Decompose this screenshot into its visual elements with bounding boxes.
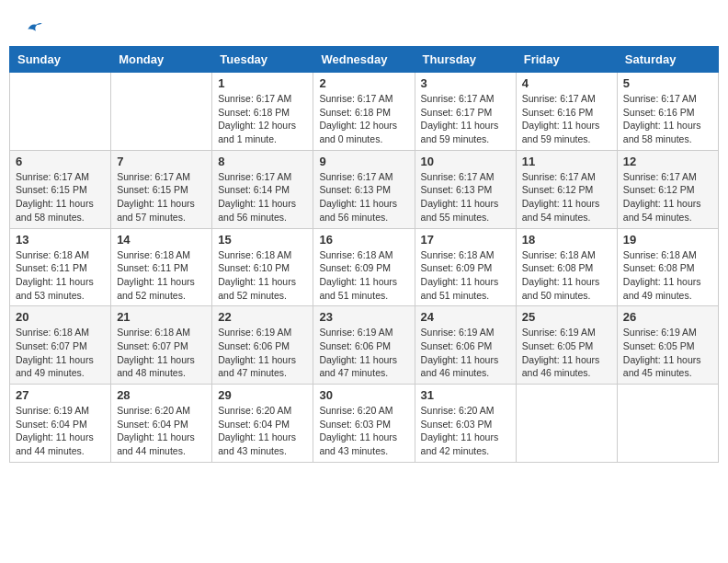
day-header-sunday: Sunday bbox=[10, 47, 111, 73]
calendar-cell: 23Sunrise: 6:19 AM Sunset: 6:06 PM Dayli… bbox=[313, 306, 415, 385]
day-info: Sunrise: 6:20 AM Sunset: 6:03 PM Dayligh… bbox=[421, 404, 510, 458]
logo bbox=[23, 18, 43, 37]
calendar-cell: 15Sunrise: 6:18 AM Sunset: 6:10 PM Dayli… bbox=[212, 228, 313, 306]
day-number: 5 bbox=[623, 76, 712, 90]
day-info: Sunrise: 6:18 AM Sunset: 6:08 PM Dayligh… bbox=[522, 248, 611, 303]
logo-bird-icon bbox=[25, 18, 43, 37]
day-number: 30 bbox=[319, 388, 408, 402]
day-info: Sunrise: 6:20 AM Sunset: 6:03 PM Dayligh… bbox=[319, 404, 408, 458]
calendar-week-3: 13Sunrise: 6:18 AM Sunset: 6:11 PM Dayli… bbox=[10, 228, 719, 306]
day-info: Sunrise: 6:19 AM Sunset: 6:06 PM Dayligh… bbox=[218, 326, 307, 380]
calendar-cell: 6Sunrise: 6:17 AM Sunset: 6:15 PM Daylig… bbox=[10, 150, 111, 228]
day-info: Sunrise: 6:17 AM Sunset: 6:16 PM Dayligh… bbox=[623, 92, 712, 146]
day-number: 22 bbox=[218, 310, 307, 324]
day-header-saturday: Saturday bbox=[617, 47, 718, 73]
day-number: 9 bbox=[319, 155, 408, 168]
calendar-header-row: SundayMondayTuesdayWednesdayThursdayFrid… bbox=[10, 47, 719, 73]
calendar-cell: 31Sunrise: 6:20 AM Sunset: 6:03 PM Dayli… bbox=[415, 385, 516, 463]
day-info: Sunrise: 6:19 AM Sunset: 6:05 PM Dayligh… bbox=[522, 326, 611, 380]
day-number: 7 bbox=[117, 155, 206, 168]
day-number: 19 bbox=[623, 233, 712, 247]
day-info: Sunrise: 6:17 AM Sunset: 6:12 PM Dayligh… bbox=[623, 170, 712, 224]
calendar-cell: 30Sunrise: 6:20 AM Sunset: 6:03 PM Dayli… bbox=[313, 385, 415, 463]
calendar-cell: 14Sunrise: 6:18 AM Sunset: 6:11 PM Dayli… bbox=[111, 228, 212, 306]
day-info: Sunrise: 6:18 AM Sunset: 6:11 PM Dayligh… bbox=[16, 248, 105, 303]
day-info: Sunrise: 6:17 AM Sunset: 6:12 PM Dayligh… bbox=[522, 170, 611, 224]
calendar-cell: 24Sunrise: 6:19 AM Sunset: 6:06 PM Dayli… bbox=[415, 306, 516, 385]
day-number: 2 bbox=[319, 76, 408, 90]
day-info: Sunrise: 6:20 AM Sunset: 6:04 PM Dayligh… bbox=[117, 404, 206, 458]
day-number: 16 bbox=[319, 233, 408, 247]
calendar-cell: 25Sunrise: 6:19 AM Sunset: 6:05 PM Dayli… bbox=[516, 306, 617, 385]
day-number: 18 bbox=[522, 233, 611, 247]
day-number: 4 bbox=[522, 76, 611, 90]
day-info: Sunrise: 6:19 AM Sunset: 6:05 PM Dayligh… bbox=[623, 326, 712, 380]
day-info: Sunrise: 6:19 AM Sunset: 6:04 PM Dayligh… bbox=[16, 404, 105, 458]
day-info: Sunrise: 6:18 AM Sunset: 6:11 PM Dayligh… bbox=[117, 248, 206, 303]
calendar-cell: 21Sunrise: 6:18 AM Sunset: 6:07 PM Dayli… bbox=[111, 306, 212, 385]
calendar-cell: 9Sunrise: 6:17 AM Sunset: 6:13 PM Daylig… bbox=[313, 150, 415, 228]
calendar-cell: 8Sunrise: 6:17 AM Sunset: 6:14 PM Daylig… bbox=[212, 150, 313, 228]
day-info: Sunrise: 6:17 AM Sunset: 6:15 PM Dayligh… bbox=[16, 170, 105, 224]
day-info: Sunrise: 6:18 AM Sunset: 6:09 PM Dayligh… bbox=[319, 248, 408, 303]
calendar-cell: 20Sunrise: 6:18 AM Sunset: 6:07 PM Dayli… bbox=[10, 306, 111, 385]
day-number: 29 bbox=[218, 388, 307, 402]
calendar-cell: 2Sunrise: 6:17 AM Sunset: 6:18 PM Daylig… bbox=[313, 73, 415, 151]
calendar-cell: 1Sunrise: 6:17 AM Sunset: 6:18 PM Daylig… bbox=[212, 73, 313, 151]
day-number: 15 bbox=[218, 233, 307, 247]
day-header-thursday: Thursday bbox=[415, 47, 516, 73]
calendar-cell bbox=[10, 73, 111, 151]
day-number: 11 bbox=[522, 155, 611, 168]
day-number: 14 bbox=[117, 233, 206, 247]
day-info: Sunrise: 6:17 AM Sunset: 6:16 PM Dayligh… bbox=[522, 92, 611, 146]
calendar-cell: 18Sunrise: 6:18 AM Sunset: 6:08 PM Dayli… bbox=[516, 228, 617, 306]
calendar-week-5: 27Sunrise: 6:19 AM Sunset: 6:04 PM Dayli… bbox=[10, 385, 719, 463]
day-number: 31 bbox=[421, 388, 510, 402]
day-info: Sunrise: 6:17 AM Sunset: 6:14 PM Dayligh… bbox=[218, 170, 307, 224]
calendar-cell: 26Sunrise: 6:19 AM Sunset: 6:05 PM Dayli… bbox=[617, 306, 718, 385]
calendar-cell: 19Sunrise: 6:18 AM Sunset: 6:08 PM Dayli… bbox=[617, 228, 718, 306]
day-info: Sunrise: 6:19 AM Sunset: 6:06 PM Dayligh… bbox=[421, 326, 510, 380]
day-info: Sunrise: 6:18 AM Sunset: 6:07 PM Dayligh… bbox=[117, 326, 206, 380]
calendar-cell: 7Sunrise: 6:17 AM Sunset: 6:15 PM Daylig… bbox=[111, 150, 212, 228]
calendar-cell: 5Sunrise: 6:17 AM Sunset: 6:16 PM Daylig… bbox=[617, 73, 718, 151]
day-number: 27 bbox=[16, 388, 105, 402]
day-info: Sunrise: 6:17 AM Sunset: 6:18 PM Dayligh… bbox=[319, 92, 408, 146]
calendar-header bbox=[9, 9, 719, 41]
day-number: 20 bbox=[16, 310, 105, 324]
calendar-week-2: 6Sunrise: 6:17 AM Sunset: 6:15 PM Daylig… bbox=[10, 150, 719, 228]
calendar-cell: 11Sunrise: 6:17 AM Sunset: 6:12 PM Dayli… bbox=[516, 150, 617, 228]
day-info: Sunrise: 6:17 AM Sunset: 6:13 PM Dayligh… bbox=[319, 170, 408, 224]
calendar-cell: 12Sunrise: 6:17 AM Sunset: 6:12 PM Dayli… bbox=[617, 150, 718, 228]
day-info: Sunrise: 6:19 AM Sunset: 6:06 PM Dayligh… bbox=[319, 326, 408, 380]
day-number: 10 bbox=[421, 155, 510, 168]
day-number: 28 bbox=[117, 388, 206, 402]
calendar-cell: 10Sunrise: 6:17 AM Sunset: 6:13 PM Dayli… bbox=[415, 150, 516, 228]
day-info: Sunrise: 6:17 AM Sunset: 6:15 PM Dayligh… bbox=[117, 170, 206, 224]
calendar-table: SundayMondayTuesdayWednesdayThursdayFrid… bbox=[9, 46, 719, 463]
calendar-cell: 29Sunrise: 6:20 AM Sunset: 6:04 PM Dayli… bbox=[212, 385, 313, 463]
day-header-monday: Monday bbox=[111, 47, 212, 73]
day-number: 8 bbox=[218, 155, 307, 168]
day-number: 17 bbox=[421, 233, 510, 247]
day-number: 6 bbox=[16, 155, 105, 168]
day-info: Sunrise: 6:18 AM Sunset: 6:08 PM Dayligh… bbox=[623, 248, 712, 303]
day-info: Sunrise: 6:18 AM Sunset: 6:10 PM Dayligh… bbox=[218, 248, 307, 303]
calendar-cell: 28Sunrise: 6:20 AM Sunset: 6:04 PM Dayli… bbox=[111, 385, 212, 463]
calendar-cell: 4Sunrise: 6:17 AM Sunset: 6:16 PM Daylig… bbox=[516, 73, 617, 151]
day-info: Sunrise: 6:17 AM Sunset: 6:17 PM Dayligh… bbox=[421, 92, 510, 146]
calendar-cell bbox=[111, 73, 212, 151]
day-info: Sunrise: 6:20 AM Sunset: 6:04 PM Dayligh… bbox=[218, 404, 307, 458]
day-info: Sunrise: 6:17 AM Sunset: 6:13 PM Dayligh… bbox=[421, 170, 510, 224]
calendar-cell: 16Sunrise: 6:18 AM Sunset: 6:09 PM Dayli… bbox=[313, 228, 415, 306]
calendar-week-4: 20Sunrise: 6:18 AM Sunset: 6:07 PM Dayli… bbox=[10, 306, 719, 385]
calendar-cell: 17Sunrise: 6:18 AM Sunset: 6:09 PM Dayli… bbox=[415, 228, 516, 306]
day-number: 23 bbox=[319, 310, 408, 324]
calendar-cell: 13Sunrise: 6:18 AM Sunset: 6:11 PM Dayli… bbox=[10, 228, 111, 306]
day-number: 24 bbox=[421, 310, 510, 324]
calendar-cell: 22Sunrise: 6:19 AM Sunset: 6:06 PM Dayli… bbox=[212, 306, 313, 385]
calendar-cell bbox=[516, 385, 617, 463]
calendar-cell: 27Sunrise: 6:19 AM Sunset: 6:04 PM Dayli… bbox=[10, 385, 111, 463]
day-header-friday: Friday bbox=[516, 47, 617, 73]
day-number: 3 bbox=[421, 76, 510, 90]
